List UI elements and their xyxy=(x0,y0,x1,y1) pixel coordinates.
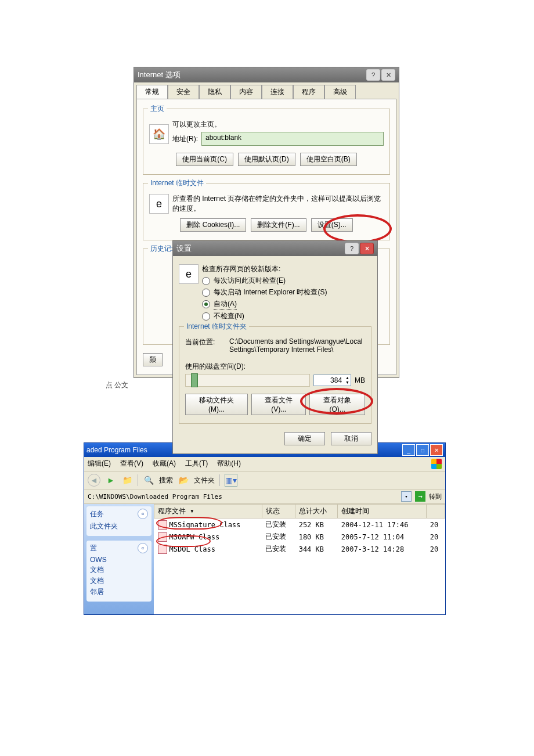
toolbar: ◄ ► 📁 🔍 搜索 📂 文件夹 ▥▾ xyxy=(84,471,445,489)
view-files-button[interactable]: 查看文件(V)... xyxy=(251,394,306,415)
delete-files-button[interactable]: 删除文件(F)... xyxy=(251,218,306,232)
file-row[interactable]: MSOAPW Class 已安装180 KB2005-7-12 11:0420 xyxy=(154,531,445,543)
ie-page-icon: e xyxy=(179,264,199,284)
settings-dialog: 设置 ? ✕ e 检查所存网页的较新版本: 每次访问此页时检查(E) 每次启动 … xyxy=(172,240,378,454)
disk-space-slider[interactable] xyxy=(185,374,310,387)
cancel-button[interactable]: 取消 xyxy=(331,432,371,445)
windows-flag-icon xyxy=(431,459,442,469)
search-icon[interactable]: 🔍 xyxy=(143,474,154,486)
use-default-button[interactable]: 使用默认页(D) xyxy=(238,153,295,166)
sidebar-link[interactable]: OWS xyxy=(90,556,148,564)
address-label: 地址(R): xyxy=(172,134,198,144)
home-desc: 可以更改主页。 xyxy=(172,120,384,129)
file-row[interactable]: MSDOL Class 已安装344 KB2007-3-12 14:2820 xyxy=(154,543,445,555)
views-button[interactable]: ▥▾ xyxy=(225,474,237,487)
sidebar-places: 置« OWS 文档 文档 邻居 xyxy=(86,541,151,602)
disk-space-spinner[interactable]: ▲▼ xyxy=(313,375,351,386)
close-button[interactable]: ✕ xyxy=(381,69,395,81)
temp-folder-legend: Internet 临时文件夹 xyxy=(184,322,249,332)
disk-space-value[interactable] xyxy=(314,375,344,386)
sidebar-link[interactable]: 邻居 xyxy=(90,587,148,597)
radio-never[interactable]: 不检查(N) xyxy=(202,311,371,321)
sidebar-link[interactable]: 文档 xyxy=(90,565,148,575)
home-icon: 🏠 xyxy=(149,124,169,144)
back-button[interactable]: ◄ xyxy=(88,474,100,487)
maximize-button[interactable]: □ xyxy=(416,444,429,456)
sidebar-link-this-folder[interactable]: 此文件夹 xyxy=(90,521,148,531)
use-current-button[interactable]: 使用当前页(C) xyxy=(176,153,233,166)
sidebar-tasks: 任务« 此文件夹 xyxy=(86,506,151,536)
window-title: Internet 选项 xyxy=(138,70,181,80)
address-dropdown[interactable]: ▾ xyxy=(401,491,412,502)
disk-space-label: 使用的磁盘空间(D): xyxy=(185,362,365,372)
folders-label[interactable]: 文件夹 xyxy=(194,476,215,485)
col-ctime[interactable]: 创建时间 xyxy=(338,505,427,519)
home-group: 主页 🏠 可以更改主页。 地址(R): about:blank 使用当前页(C)… xyxy=(143,109,390,175)
columns-row: 程序文件 ▾ 状态 总计大小 创建时间 xyxy=(154,505,445,519)
home-legend: 主页 xyxy=(148,104,167,114)
tab-privacy[interactable]: 隐私 xyxy=(199,85,230,99)
tabs: 常规 安全 隐私 内容 连接 程序 高级 xyxy=(134,82,399,99)
go-button[interactable]: → xyxy=(415,491,425,502)
use-blank-button[interactable]: 使用空白页(B) xyxy=(300,153,357,166)
minimize-button[interactable]: _ xyxy=(402,444,415,456)
tab-connections[interactable]: 连接 xyxy=(262,85,293,99)
chevron-icon[interactable]: « xyxy=(138,509,148,519)
folders-icon[interactable]: 📂 xyxy=(178,474,189,486)
titlebar: Internet 选项 ? ✕ xyxy=(134,67,399,82)
temp-group: Internet 临时文件 e 所查看的 Internet 页存储在特定的文件夹… xyxy=(143,183,390,240)
internet-options-window: Internet 选项 ? ✕ 常规 安全 隐私 内容 连接 程序 高级 主页 … xyxy=(134,67,399,378)
settings-help-button[interactable]: ? xyxy=(345,243,359,254)
explorer-close-button[interactable]: ✕ xyxy=(430,444,443,456)
go-label: 转到 xyxy=(429,492,442,501)
file-icon xyxy=(158,520,167,530)
temp-desc: 所查看的 Internet 页存储在特定的文件夹中，这样可以提高以后浏览的速度。 xyxy=(172,194,384,214)
menu-favorites[interactable]: 收藏(A) xyxy=(153,459,176,469)
chevron-icon[interactable]: « xyxy=(138,543,148,553)
menu-edit[interactable]: 编辑(E) xyxy=(88,459,111,469)
tab-security[interactable]: 安全 xyxy=(168,85,199,99)
menu-help[interactable]: 帮助(H) xyxy=(217,459,241,469)
col-size[interactable]: 总计大小 xyxy=(295,505,338,519)
tab-programs[interactable]: 程序 xyxy=(293,85,324,99)
settings-titlebar: 设置 ? ✕ xyxy=(173,241,377,256)
menu-tools[interactable]: 工具(T) xyxy=(185,459,208,469)
sidebar-link[interactable]: 文档 xyxy=(90,576,148,586)
menu-view[interactable]: 查看(V) xyxy=(120,459,143,469)
settings-button[interactable]: 设置(S)... xyxy=(311,218,353,232)
file-row[interactable]: MSSignature Class 已安装252 KB2004-12-11 17… xyxy=(154,519,445,531)
colors-button-partial[interactable]: 颜 xyxy=(143,353,163,366)
ok-button[interactable]: 确定 xyxy=(284,432,325,445)
forward-button[interactable]: ► xyxy=(105,474,117,486)
current-location-value: C:\Documents and Settings\wangyue\Local … xyxy=(229,337,365,354)
radio-every-visit[interactable]: 每次访问此页时检查(E) xyxy=(202,276,371,286)
settings-title: 设置 xyxy=(176,243,192,254)
delete-cookies-button[interactable]: 删除 Cookies(I)... xyxy=(180,218,246,232)
check-versions-label: 检查所存网页的较新版本: xyxy=(202,264,371,274)
tab-general[interactable]: 常规 xyxy=(136,85,168,99)
temp-legend: Internet 临时文件 xyxy=(148,178,206,188)
temp-folder-group: Internet 临时文件夹 当前位置: C:\Documents and Se… xyxy=(179,326,371,424)
settings-close-button[interactable]: ✕ xyxy=(360,243,374,254)
address-path[interactable]: C:\WINDOWS\Downloaded Program Files xyxy=(88,493,398,501)
homepage-input[interactable]: about:blank xyxy=(201,132,384,146)
tab-advanced[interactable]: 高级 xyxy=(324,85,356,99)
up-button[interactable]: 📁 xyxy=(121,474,133,486)
file-icon xyxy=(158,545,167,554)
radio-auto[interactable]: 自动(A) xyxy=(202,299,371,309)
address-bar: C:\WINDOWS\Downloaded Program Files ▾ → … xyxy=(84,489,445,504)
menubar: 编辑(E) 查看(V) 收藏(A) 工具(T) 帮助(H) xyxy=(84,457,445,471)
radio-every-start[interactable]: 每次启动 Internet Explorer 时检查(S) xyxy=(202,287,371,297)
move-folder-button[interactable]: 移动文件夹(M)... xyxy=(185,394,248,415)
ie-icon: e xyxy=(149,194,169,214)
help-button[interactable]: ? xyxy=(366,69,380,81)
col-name[interactable]: 程序文件 ▾ xyxy=(154,505,262,519)
explorer-title: aded Program Files xyxy=(86,446,147,454)
disk-space-unit: MB xyxy=(355,376,365,384)
col-status[interactable]: 状态 xyxy=(262,505,295,519)
file-icon xyxy=(158,532,167,542)
view-objects-button[interactable]: 查看对象(O)... xyxy=(309,394,365,415)
search-label[interactable]: 搜索 xyxy=(159,476,173,485)
sidebar: 任务« 此文件夹 置« OWS 文档 文档 邻居 xyxy=(84,504,154,614)
tab-content[interactable]: 内容 xyxy=(230,85,262,99)
